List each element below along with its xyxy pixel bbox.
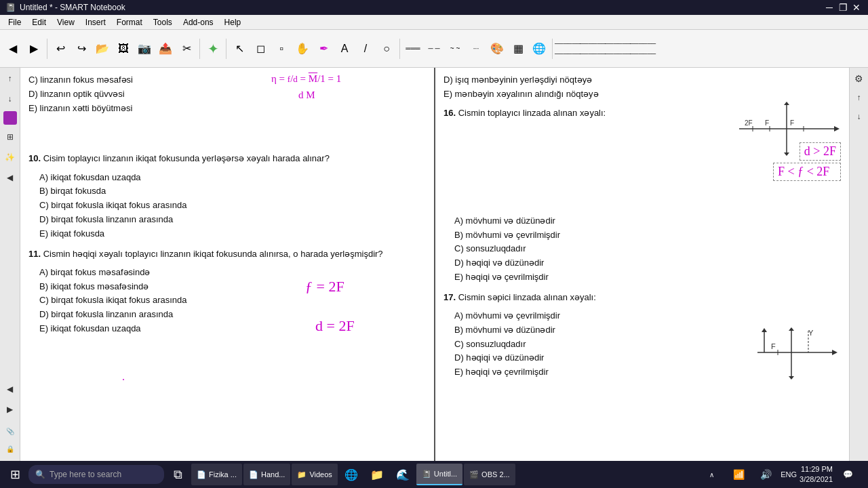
taskbar-fizika[interactable]: 📄 Fizika ...	[191, 464, 242, 485]
q11-opt-d: D) birqat fokusla linzanın arasında	[39, 308, 426, 322]
right-arrow-down[interactable]: ↓	[851, 108, 867, 125]
sidebar-effects[interactable]: ✨	[2, 149, 18, 165]
nav-group: ◀ ▶	[3, 39, 44, 59]
taskbar-smartnb[interactable]: 📓 Untitl...	[416, 464, 462, 485]
line-style-1[interactable]: ═══	[403, 39, 423, 59]
redo-button[interactable]: ↪	[71, 39, 92, 59]
sidebar-icon-2[interactable]: 🔒	[2, 441, 18, 457]
taskbar-videos[interactable]: 📁 Videos	[292, 464, 337, 485]
close-button[interactable]: ✕	[850, 1, 863, 14]
settings-button[interactable]: ⚙	[851, 70, 867, 87]
right-arrow-up[interactable]: ↑	[851, 89, 867, 106]
sidebar-bottom-2[interactable]: ▶	[2, 401, 18, 418]
menu-view[interactable]: View	[52, 16, 80, 28]
sidebar-layers[interactable]: ⊞	[2, 129, 18, 145]
open-button[interactable]: 📂	[92, 39, 113, 59]
forward-button[interactable]: ▶	[24, 39, 44, 59]
prev-right-options: D) işıq mənbəyinin yerləşdiyi nöqtəyə E)…	[443, 73, 841, 102]
export-button[interactable]: 📤	[155, 39, 176, 59]
scroll-tool[interactable]: ✋	[292, 39, 313, 59]
main-area: ↑ ↓ ⊞ ✨ ◀ ◀ ▶ 📎 🔒 C) linzanın fokus məsa…	[0, 68, 868, 461]
notification-button[interactable]: 💬	[835, 462, 860, 487]
image-button[interactable]: 🖼	[113, 39, 134, 59]
fill-btn[interactable]: ▦	[508, 39, 528, 59]
clock[interactable]: 11:29 PM 3/28/2021	[800, 464, 833, 485]
erase2-tool[interactable]: ▫	[271, 39, 292, 59]
app-icon: 📓	[5, 3, 16, 12]
line-style-2[interactable]: ─ ─	[424, 39, 444, 59]
smart-btn1[interactable]: ✦	[203, 39, 223, 59]
q10-opt-a: A) ikiqat fokusdan uzaqda	[39, 171, 426, 185]
annotation-d-gt-2F: d > 2F	[800, 142, 841, 161]
menu-file[interactable]: File	[3, 16, 26, 28]
line-r3-1[interactable]: ──────	[555, 49, 580, 58]
q16-opt-b: B) mövhumi və çevrilmişdir	[454, 228, 841, 243]
line-r3-2[interactable]: ──────	[580, 49, 605, 58]
line-r2-4[interactable]: ──────	[631, 39, 655, 48]
explorer-button[interactable]: 📁	[365, 462, 389, 487]
sidebar-color-btn[interactable]	[3, 111, 17, 125]
sidebar-bottom-1[interactable]: ◀	[2, 381, 18, 397]
volume-icon[interactable]: 🔊	[753, 462, 778, 487]
line-r2-1[interactable]: ──────	[555, 39, 580, 48]
q16-opt-d: D) həqiqi və düzünədir	[454, 256, 841, 270]
prev-r-opt-d: D) işıq mənbəyinin yerləşdiyi nöqtəyə	[443, 73, 841, 87]
line-r2-2[interactable]: ──────	[580, 39, 605, 48]
title-bar: 📓 Untitled * - SMART Notebook ─ ❐ ✕	[0, 0, 868, 15]
svg-text:F: F	[790, 119, 794, 127]
line-style-3[interactable]: ~ ~	[445, 39, 465, 59]
edit-group: ↩ ↪ 📂 🖼 📷 📤 ✂	[50, 39, 197, 59]
q10-body: Cisim toplayıcı linzanın ikiqat fokusund…	[43, 153, 330, 163]
menu-edit[interactable]: Edit	[26, 16, 52, 28]
move-button[interactable]: ✂	[176, 39, 197, 59]
color-palette[interactable]: 🎨	[487, 39, 507, 59]
shape-tool[interactable]: ○	[376, 39, 397, 59]
menu-format[interactable]: Format	[111, 16, 148, 28]
q10-container: 10. Cisim toplayıcı linzanın ikiqat foku…	[28, 152, 426, 241]
text-tool[interactable]: A	[334, 39, 355, 59]
taskbar-hand[interactable]: 📄 Hand...	[243, 464, 290, 485]
menu-insert[interactable]: Insert	[80, 16, 111, 28]
annotation-F-lt-f-lt-2F: F < ƒ < 2F	[773, 163, 841, 181]
undo-button[interactable]: ↩	[50, 39, 71, 59]
task-view-button[interactable]: ⧉	[165, 462, 190, 487]
line-r2-3[interactable]: ──────	[606, 39, 630, 48]
left-sidebar: ↑ ↓ ⊞ ✨ ◀ ◀ ▶ 📎 🔒	[0, 68, 20, 461]
eraser-tool[interactable]: ◻	[250, 39, 271, 59]
minimize-button[interactable]: ─	[823, 1, 835, 14]
back-button[interactable]: ◀	[3, 39, 23, 59]
sep1	[47, 39, 47, 59]
edge-button[interactable]: 🌊	[391, 462, 415, 487]
svg-marker-15	[789, 376, 794, 380]
sidebar-btn-2[interactable]: ↓	[2, 91, 18, 107]
chrome-button[interactable]: 🌐	[339, 462, 363, 487]
network-icon[interactable]: 📶	[726, 462, 751, 487]
line-style-4[interactable]: ···	[466, 39, 486, 59]
q17-diagram: F Y	[751, 325, 839, 393]
hidden-icons-button[interactable]: ∧	[699, 462, 724, 487]
pen-tool[interactable]: ✒	[313, 39, 334, 59]
prev-opt-e: E) linzanın xətti böyütməsi	[28, 102, 426, 116]
sidebar-left-arrow[interactable]: ◀	[2, 169, 18, 186]
select-tool[interactable]: ↖	[229, 39, 250, 59]
menu-addons[interactable]: Add-ons	[178, 16, 219, 28]
start-button[interactable]: ⊞	[3, 462, 27, 487]
sidebar-icon-1[interactable]: 📎	[2, 423, 18, 439]
q16-opt-c: C) sonsuzluqdadır	[454, 242, 841, 256]
svg-text:Y: Y	[808, 329, 814, 337]
notebook-content: C) linzanın fokus məsafəsi D) linzanın o…	[20, 68, 849, 461]
menu-help[interactable]: Help	[219, 16, 247, 28]
sidebar-btn-1[interactable]: ↑	[2, 70, 18, 87]
q11-opt-e: E) ikiqat fokusdan uzaqda	[39, 322, 426, 336]
q16-opt-e: E) həqiqi və çevrilmişdir	[454, 270, 841, 285]
taskbar-obs[interactable]: 🎬 OBS 2...	[464, 464, 515, 485]
menu-tools[interactable]: Tools	[148, 16, 178, 28]
restore-button[interactable]: ❐	[837, 1, 849, 14]
line-tool[interactable]: /	[355, 39, 376, 59]
line-r3-4[interactable]: ──────	[631, 49, 655, 58]
toolbar: ◀ ▶ ↩ ↪ 📂 🖼 📷 📤 ✂ ✦ ↖ ◻ ▫ ✋ ✒ A / ○ ═══ …	[0, 30, 868, 68]
taskbar-right: ∧ 📶 🔊 ENG 11:29 PM 3/28/2021 💬	[699, 462, 865, 487]
web-btn[interactable]: 🌐	[529, 39, 549, 59]
line-r3-3[interactable]: ──────	[606, 49, 630, 58]
camera-button[interactable]: 📷	[134, 39, 155, 59]
